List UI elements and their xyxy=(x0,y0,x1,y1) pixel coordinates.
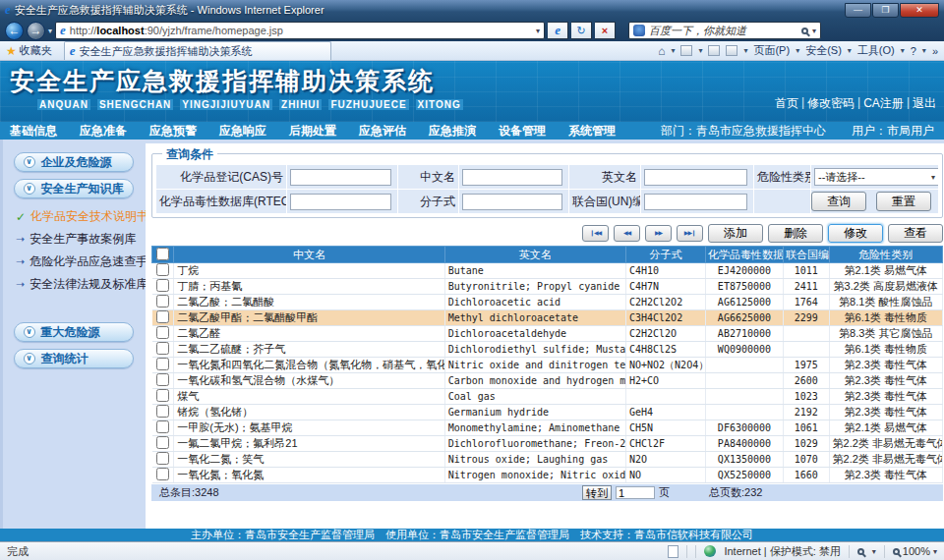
table-row[interactable]: 一氧化氮和四氧化二氮混合物（氮氧化物，硝基气，氧化氮气体）Nitric oxid… xyxy=(152,358,943,373)
reset-button[interactable]: 重置 xyxy=(876,192,931,211)
row-checkbox[interactable] xyxy=(156,405,169,418)
nav-emergency-warning[interactable]: 应急预警 xyxy=(149,123,197,140)
address-dropdown-icon[interactable]: ▾ xyxy=(536,27,540,35)
home-dropdown-icon[interactable]: ▾ xyxy=(671,46,675,55)
safety-menu[interactable]: 安全(S) xyxy=(805,43,842,58)
page-menu[interactable]: 页面(P) xyxy=(753,43,790,58)
table-row[interactable]: 二氯二乙硫醚；芥子气Dichlorodiethyl sulfide; Musta… xyxy=(152,342,943,358)
table-row[interactable]: 二氯乙酸甲酯；二氯醋酸甲酯Methyl dichloroacetateC3H4C… xyxy=(152,310,943,326)
prev-page-button[interactable]: ◀◀ xyxy=(614,225,640,242)
table-row[interactable]: 锗烷（氢化锗）Germanium hydrideGeH42192第2.3类 毒性… xyxy=(152,405,943,420)
address-bar[interactable]: e http://localhost:90/yjzh/frame/homepag… xyxy=(55,22,545,39)
goto-page-button[interactable]: 转到 xyxy=(582,485,612,500)
table-row[interactable]: 一甲胺(无水)；氨基甲烷Monomethylamine; Aminomethan… xyxy=(152,420,943,436)
row-checkbox[interactable] xyxy=(156,263,169,276)
minimize-button[interactable]: — xyxy=(845,3,871,18)
link-logout[interactable]: 退出 xyxy=(913,95,936,112)
row-checkbox[interactable] xyxy=(156,436,169,449)
nav-emergency-evaluate[interactable]: 应急评估 xyxy=(359,123,406,140)
table-row[interactable]: 二氯乙醛DichloroacetaldehydeC2H2Cl2OAB271000… xyxy=(152,326,943,342)
page-menu-dropdown-icon[interactable]: ▾ xyxy=(796,46,799,55)
help-dropdown-icon[interactable]: ▾ xyxy=(922,46,926,55)
link-ca-register[interactable]: CA注册 xyxy=(863,95,904,112)
sidebar-item-accident-cases[interactable]: ➝ 安全生产事故案例库 xyxy=(3,228,144,251)
link-change-password[interactable]: 修改密码 xyxy=(807,95,855,112)
table-row[interactable]: 丁腈；丙基氰Butyronitrile; Propyl cyanideC4H7N… xyxy=(152,279,943,295)
next-page-button[interactable]: ▶▶ xyxy=(645,225,672,242)
row-checkbox[interactable] xyxy=(156,389,169,402)
compatibility-view-button[interactable]: e xyxy=(548,22,568,39)
search-button[interactable]: 查询 xyxy=(811,192,866,211)
sidebar-group-major-hazard[interactable]: ∨ 重大危险源 xyxy=(14,322,134,342)
feeds-icon[interactable] xyxy=(680,45,692,56)
tools-menu-dropdown-icon[interactable]: ▾ xyxy=(901,46,905,55)
table-row[interactable]: 一氧化二氮；笑气Nitrous oxide; Laughing gasN2OQX… xyxy=(152,452,943,468)
last-page-button[interactable]: ▶▶❙ xyxy=(677,225,703,242)
nav-system-management[interactable]: 系统管理 xyxy=(568,123,616,140)
table-row[interactable]: 二氯乙酸；二氯醋酸Dichloroacetic acidC2H2Cl2O2AG6… xyxy=(152,295,943,310)
favorites-star-icon[interactable]: ★ xyxy=(6,44,17,58)
table-row[interactable]: 丁烷ButaneC4H10EJ42000001011第2.1类 易燃气体 xyxy=(152,263,943,279)
rtecs-input[interactable] xyxy=(290,194,391,210)
add-button[interactable]: 添加 xyxy=(708,224,763,243)
search-icon[interactable] xyxy=(801,28,808,34)
home-icon[interactable]: ⌂ xyxy=(658,44,665,58)
print-dropdown-icon[interactable]: ▾ xyxy=(743,46,747,55)
search-dropdown-icon[interactable]: ▾ xyxy=(812,27,816,35)
close-button[interactable]: ✕ xyxy=(900,3,939,18)
search-box[interactable]: 百度一下，你就知道 ▾ xyxy=(628,22,821,39)
stop-button[interactable]: × xyxy=(595,22,616,39)
refresh-button[interactable]: ↻ xyxy=(571,22,592,39)
forward-button[interactable]: → xyxy=(27,22,45,40)
row-checkbox[interactable] xyxy=(156,342,169,355)
zoom-level-control[interactable]: 100% ▾ xyxy=(893,545,937,557)
row-checkbox[interactable] xyxy=(156,420,169,433)
tools-menu[interactable]: 工具(O) xyxy=(857,43,895,58)
formula-input[interactable] xyxy=(462,194,562,210)
cas-input[interactable] xyxy=(290,169,391,186)
zoom-tool-icon[interactable] xyxy=(857,548,864,555)
row-checkbox[interactable] xyxy=(156,295,169,308)
history-dropdown-icon[interactable]: ▾ xyxy=(48,27,52,35)
table-row[interactable]: 一氟二氯甲烷；氟利昂21Dichlorofluoromethane; Freon… xyxy=(152,436,943,452)
zoom-tool-dropdown-icon[interactable]: ▾ xyxy=(872,547,876,556)
view-button[interactable]: 查看 xyxy=(888,224,943,243)
nav-device-management[interactable]: 设备管理 xyxy=(499,123,546,140)
nav-emergency-drill[interactable]: 应急推演 xyxy=(429,123,476,140)
select-all-checkbox[interactable] xyxy=(156,248,169,260)
back-button[interactable]: ← xyxy=(5,22,24,40)
row-checkbox[interactable] xyxy=(156,468,169,480)
table-row[interactable]: 一氧化氮；氧化氮Nitrogen monoxide; Nitric oxideN… xyxy=(152,468,943,483)
row-checkbox[interactable] xyxy=(156,452,169,465)
browser-tab[interactable]: e 安全生产应急救援指挥辅助决策系统 xyxy=(64,41,331,60)
page-number-input[interactable] xyxy=(616,486,655,499)
un-number-input[interactable] xyxy=(644,194,747,210)
sidebar-group-knowledge[interactable]: ∨ 安全生产知识库 xyxy=(14,179,134,198)
row-checkbox[interactable] xyxy=(156,310,169,323)
nav-basic-info[interactable]: 基础信息 xyxy=(10,123,57,140)
sidebar-group-query-statistics[interactable]: ∨ 查询统计 xyxy=(14,349,134,368)
more-commands-icon[interactable]: » xyxy=(932,45,938,57)
sidebar-item-quick-reference[interactable]: ➝ 危险化学品应急速查手... xyxy=(3,251,144,273)
cn-name-input[interactable] xyxy=(462,169,562,186)
nav-emergency-prepare[interactable]: 应急准备 xyxy=(80,123,127,140)
nav-post-disposal[interactable]: 后期处置 xyxy=(289,123,336,140)
sidebar-item-laws-standards[interactable]: ➝ 安全法律法规及标准库 xyxy=(3,273,144,296)
row-checkbox[interactable] xyxy=(156,358,169,370)
table-row[interactable]: 煤气Coal gas1023第2.3类 毒性气体 xyxy=(152,389,943,405)
delete-button[interactable]: 删除 xyxy=(768,224,823,243)
modify-button[interactable]: 修改 xyxy=(828,224,883,243)
en-name-input[interactable] xyxy=(644,169,747,186)
row-checkbox[interactable] xyxy=(156,326,169,339)
sidebar-group-enterprise[interactable]: ∨ 企业及危险源 xyxy=(14,152,134,172)
print-icon[interactable] xyxy=(726,45,738,56)
safety-menu-dropdown-icon[interactable]: ▾ xyxy=(848,46,852,55)
table-row[interactable]: 一氧化碳和氢气混合物（水煤气）Carbon monoxide and hydro… xyxy=(152,373,943,389)
row-checkbox[interactable] xyxy=(156,373,169,386)
link-home[interactable]: 首页 xyxy=(775,95,798,112)
maximize-button[interactable]: ❐ xyxy=(872,3,899,18)
row-checkbox[interactable] xyxy=(156,279,169,292)
mail-icon[interactable] xyxy=(708,45,720,56)
nav-emergency-response[interactable]: 应急响应 xyxy=(219,123,266,140)
hazard-class-select[interactable]: --请选择-- ▾ xyxy=(814,168,939,186)
